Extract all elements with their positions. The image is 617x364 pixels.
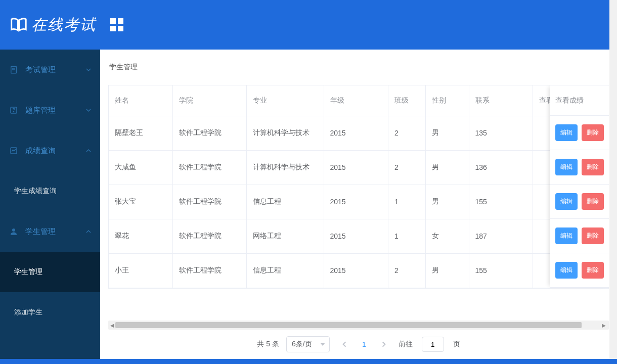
app-title: 在线考试 [31,15,96,35]
cell-name: 张大宝 [109,185,173,219]
chevron-up-icon [86,148,91,153]
page-size-select[interactable]: 6条/页 [286,336,330,352]
pager-jump-input[interactable] [422,337,444,352]
pager-jump-prefix: 前往 [399,340,413,349]
sidebar-subitem-label: 添加学生 [14,308,42,317]
svg-point-7 [12,229,15,232]
cell-college: 软件工程学院 [173,185,246,219]
col-major: 专业 [246,85,324,116]
cell-year: 2015 [324,253,388,288]
sidebar-subitem-add-student[interactable]: 添加学生 [0,292,100,333]
cell-class: 2 [388,253,425,288]
col-phone: 联系 [469,85,533,116]
col-name: 姓名 [109,85,173,116]
cell-gender: 男 [426,253,469,288]
cell-phone: 135 [469,116,533,150]
grades-icon [9,146,18,155]
pager-current[interactable]: 1 [359,340,369,348]
cell-gender: 男 [426,150,469,185]
cell-phone: 136 [469,150,533,185]
pager-prev[interactable] [337,337,352,352]
sidebar-item-label: 考试管理 [25,65,86,75]
cell-gender: 女 [426,219,469,253]
sidebar: 考试管理 题库管理 成绩查询 学生成绩查询 [0,50,100,359]
scroll-left-icon[interactable]: ◀ [110,323,115,328]
cell-year: 2015 [324,116,388,150]
table-row: 大咸鱼软件工程学院计算机科学与技术20152男136 [109,150,608,185]
chevron-up-icon [86,229,91,234]
cell-college: 软件工程学院 [173,253,246,288]
delete-button[interactable]: 删除 [582,193,604,210]
chevron-down-icon [86,108,91,113]
edit-button[interactable]: 编辑 [555,262,578,279]
cell-phone: 155 [469,253,533,288]
cell-major: 信息工程 [246,185,324,219]
apps-grid-icon[interactable] [110,18,123,31]
action-cell: 编辑删除 [550,219,609,253]
delete-button[interactable]: 删除 [582,124,604,141]
action-cell: 编辑删除 [550,185,609,219]
scrollbar-thumb[interactable] [115,322,582,328]
chevron-down-icon [86,67,91,72]
cell-name: 小王 [109,253,173,288]
delete-button[interactable]: 删除 [582,262,604,279]
table-header-row: 姓名 学院 专业 年级 班级 性别 联系 查看成绩 [109,85,608,116]
app-logo: 在线考试 [9,15,96,35]
main-content: 学生管理 姓名 学院 专业 年级 班级 [100,50,617,359]
fixed-action-column: 查看成绩 编辑删除编辑删除编辑删除编辑删除编辑删除 [550,85,609,288]
sidebar-item-question-bank[interactable]: 题库管理 [0,90,100,130]
action-cell: 编辑删除 [550,253,609,288]
table-scroll[interactable]: 姓名 学院 专业 年级 班级 性别 联系 查看成绩 隔壁老王软件工程学院计算机科… [108,85,609,289]
sidebar-subitem-label: 学生管理 [14,267,42,277]
cell-college: 软件工程学院 [173,116,246,150]
cell-year: 2015 [324,150,388,185]
cell-college: 软件工程学院 [173,219,246,253]
cell-year: 2015 [324,185,388,219]
delete-button[interactable]: 删除 [582,159,604,175]
edit-button[interactable]: 编辑 [555,193,578,210]
col-gender: 性别 [426,85,469,116]
question-bank-icon [9,106,18,115]
edit-button[interactable]: 编辑 [555,228,578,244]
table-row: 翠花软件工程学院网络工程20151女187 [109,219,608,253]
cell-major: 信息工程 [246,253,324,288]
sidebar-subitem-student-grades[interactable]: 学生成绩查询 [0,171,100,211]
sidebar-item-student[interactable]: 学生管理 [0,211,100,252]
sidebar-subitem-student-manage[interactable]: 学生管理 [0,252,100,292]
cell-gender: 男 [426,185,469,219]
cell-college: 软件工程学院 [173,150,246,185]
sidebar-item-label: 学生管理 [25,227,86,237]
cell-major: 网络工程 [246,219,324,253]
scroll-right-icon[interactable]: ▶ [602,323,607,328]
horizontal-scrollbar[interactable]: ◀ ▶ [108,321,609,330]
col-year: 年级 [324,85,388,116]
vertical-scrollbar[interactable] [609,0,617,359]
app-header: 在线考试 [0,0,617,50]
students-table: 姓名 学院 专业 年级 班级 性别 联系 查看成绩 隔壁老王软件工程学院计算机科… [109,85,608,288]
delete-button[interactable]: 删除 [582,228,604,244]
pager-jump-suffix: 页 [453,340,460,349]
book-open-icon [9,15,28,34]
cell-phone: 155 [469,185,533,219]
exam-icon [9,65,18,74]
sidebar-item-grades[interactable]: 成绩查询 [0,130,100,171]
cell-year: 2015 [324,219,388,253]
page-title: 学生管理 [109,63,138,72]
action-cell: 编辑删除 [550,116,609,150]
sidebar-subitem-label: 学生成绩查询 [14,187,57,196]
pager-total: 共 5 条 [257,340,279,349]
sidebar-item-exam[interactable]: 考试管理 [0,50,100,90]
cell-major: 计算机科学与技术 [246,116,324,150]
action-column-header: 查看成绩 [550,85,609,116]
edit-button[interactable]: 编辑 [555,159,578,175]
table-row: 隔壁老王软件工程学院计算机科学与技术20152男135 [109,116,608,150]
edit-button[interactable]: 编辑 [555,124,578,141]
table-row: 小王软件工程学院信息工程20152男155 [109,253,608,288]
sidebar-item-label: 题库管理 [25,106,86,115]
page-size-label: 6条/页 [292,340,312,348]
cell-phone: 187 [469,219,533,253]
cell-gender: 男 [426,116,469,150]
pager-next[interactable] [376,337,391,352]
action-cell: 编辑删除 [550,150,609,185]
footer-bar [0,359,617,364]
